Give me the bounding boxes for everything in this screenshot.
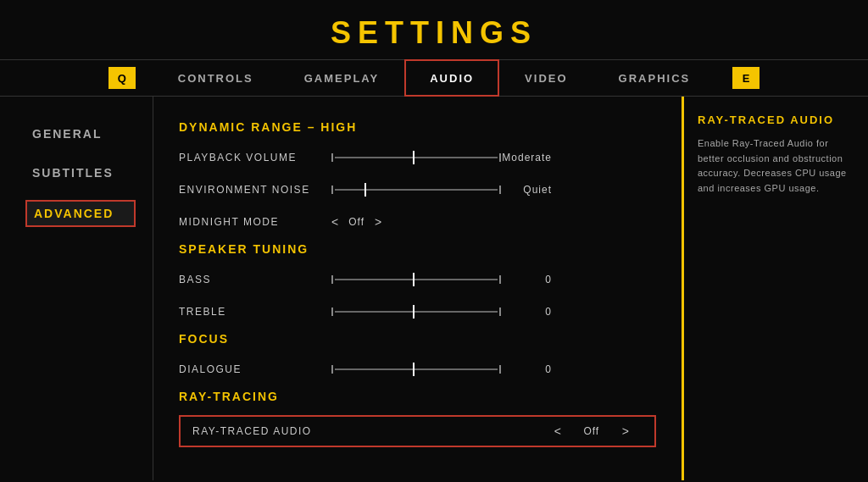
- settings-panel: DYNAMIC RANGE – HIGH PLAYBACK VOLUME Mod…: [153, 97, 682, 480]
- raytraced-left-arrow[interactable]: <: [554, 424, 561, 438]
- bass-slider-track[interactable]: [335, 279, 498, 280]
- nav-right-icon[interactable]: E: [732, 67, 760, 89]
- dynamic-range-title: DYNAMIC RANGE – HIGH: [179, 120, 656, 134]
- midnight-row: MIDNIGHT MODE < Off >: [179, 210, 656, 234]
- environment-value: Quiet: [501, 184, 552, 196]
- page-title: SETTINGS: [0, 0, 868, 59]
- speaker-section-title: SPEAKER TUNING: [179, 242, 656, 256]
- sidebar-item-subtitles[interactable]: SUBTITLES: [25, 161, 136, 185]
- raytracing-section-title: RAY-TRACING: [179, 390, 656, 403]
- midnight-left-arrow[interactable]: <: [331, 215, 338, 229]
- slider-start-cap: [331, 153, 333, 162]
- bass-value: 0: [501, 274, 552, 285]
- raytraced-audio-row[interactable]: RAY-TRACED AUDIO < Off >: [179, 415, 656, 447]
- midnight-right-arrow[interactable]: >: [375, 215, 381, 229]
- info-text: Enable Ray-Traced Audio for better occlu…: [698, 136, 854, 196]
- environment-slider-thumb: [364, 183, 366, 197]
- treble-slider-start: [331, 307, 333, 316]
- sidebar-item-general[interactable]: GENERAL: [25, 122, 136, 146]
- info-panel: RAY-TRACED AUDIO Enable Ray-Traced Audio…: [682, 97, 868, 480]
- sidebar: GENERAL SUBTITLES ADVANCED: [0, 97, 153, 480]
- playback-slider-track[interactable]: [335, 157, 498, 158]
- sidebar-item-advanced[interactable]: ADVANCED: [25, 200, 136, 227]
- nav-bar: Q CONTROLS GAMEPLAY AUDIO VIDEO GRAPHICS…: [0, 59, 868, 97]
- environment-slider-track[interactable]: [335, 189, 498, 191]
- dialogue-slider-start: [331, 365, 333, 374]
- tab-graphics[interactable]: GRAPHICS: [593, 59, 716, 97]
- bass-row: BASS 0: [179, 268, 656, 291]
- tab-controls[interactable]: CONTROLS: [153, 59, 279, 97]
- nav-left-icon[interactable]: Q: [108, 67, 136, 89]
- tab-video[interactable]: VIDEO: [499, 59, 593, 97]
- bass-label: BASS: [179, 274, 331, 285]
- focus-section-title: FOCUS: [179, 332, 656, 346]
- playback-label: PLAYBACK VOLUME: [179, 152, 331, 163]
- treble-label: TREBLE: [179, 306, 331, 318]
- raytraced-audio-label: RAY-TRACED AUDIO: [192, 425, 541, 437]
- midnight-selector: < Off >: [331, 215, 381, 229]
- environment-row: ENVIRONMENT NOISE Quiet: [179, 178, 656, 202]
- dialogue-slider-track[interactable]: [335, 368, 498, 370]
- dialogue-label: DIALOGUE: [179, 363, 331, 375]
- playback-slider-thumb: [413, 151, 415, 164]
- midnight-label: MIDNIGHT MODE: [179, 216, 331, 228]
- treble-row: TREBLE 0: [179, 300, 656, 324]
- raytraced-right-arrow[interactable]: >: [622, 424, 629, 438]
- env-slider-start: [331, 186, 333, 194]
- dialogue-row: DIALOGUE 0: [179, 357, 656, 381]
- tab-audio[interactable]: AUDIO: [404, 59, 499, 97]
- midnight-value: Off: [348, 216, 364, 228]
- playback-row: PLAYBACK VOLUME Moderate: [179, 146, 656, 169]
- info-title: RAY-TRACED AUDIO: [698, 114, 854, 126]
- bass-slider-thumb: [413, 273, 415, 286]
- environment-label: ENVIRONMENT NOISE: [179, 184, 331, 196]
- dialogue-value: 0: [501, 363, 552, 375]
- treble-value: 0: [501, 306, 552, 318]
- raytraced-audio-value: Off: [575, 425, 609, 437]
- tab-gameplay[interactable]: GAMEPLAY: [279, 59, 404, 97]
- bass-slider-start: [331, 275, 333, 284]
- main-content: GENERAL SUBTITLES ADVANCED DYNAMIC RANGE…: [0, 97, 868, 480]
- playback-value: Moderate: [501, 152, 552, 163]
- treble-slider-thumb: [413, 305, 415, 319]
- dialogue-slider-thumb: [413, 363, 415, 376]
- treble-slider-track[interactable]: [335, 311, 498, 313]
